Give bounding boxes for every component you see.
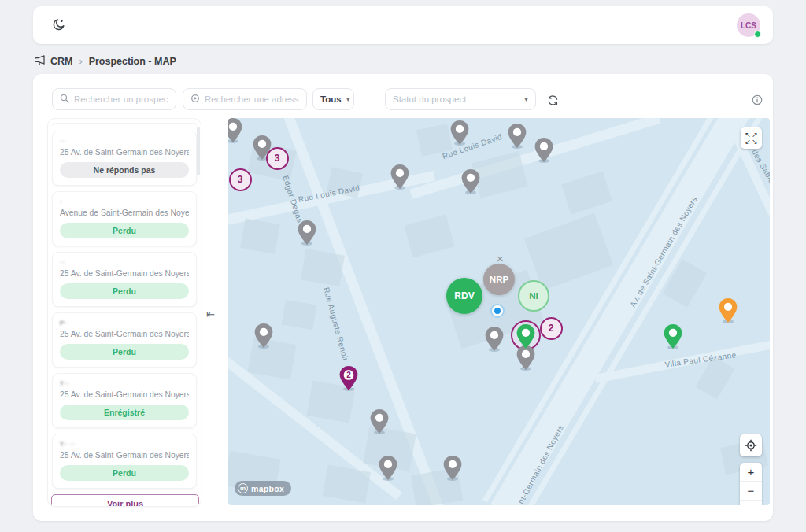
map-cluster[interactable]: 3 <box>229 168 252 191</box>
map-pin-gray[interactable] <box>298 220 316 248</box>
search-prospect-input[interactable] <box>74 94 168 104</box>
status-select[interactable]: Statut du prospect ▾ <box>385 88 536 110</box>
refresh-button[interactable] <box>546 94 559 106</box>
compass-needle-icon <box>747 504 756 506</box>
prospect-address: 25 Av. de Saint-Germain des Noyers, 77..… <box>60 148 189 157</box>
prospect-status-badge: Perdu <box>60 344 189 360</box>
prospect-status-badge: Perdu <box>60 283 189 299</box>
partial-card-top <box>52 123 197 126</box>
zoom-in-button[interactable]: + <box>740 463 762 482</box>
map-building <box>523 213 612 290</box>
sidebar-scrollbar[interactable] <box>197 127 200 175</box>
location-target-icon <box>190 92 200 106</box>
breadcrumb-current: Prospection - MAP <box>89 56 176 67</box>
prospect-card[interactable]: T· ·· 25 Av. de Saint-Germain des Noyers… <box>52 434 197 489</box>
breadcrumb: CRM › Prospection - MAP <box>35 54 176 69</box>
sidebar-collapse-handle[interactable]: ⇤ <box>206 308 215 320</box>
map-pin-orange[interactable] <box>719 298 738 326</box>
zoom-out-button[interactable]: − <box>740 482 762 501</box>
prospect-status-badge: Ne réponds pas <box>60 162 189 178</box>
search-icon <box>60 92 69 106</box>
mapbox-logo-icon: m <box>238 483 248 493</box>
map-pin-gray[interactable] <box>508 124 527 151</box>
map-pin-gray[interactable] <box>450 120 469 148</box>
map-building <box>404 215 454 258</box>
prospect-card[interactable]: ·· 25 Av. de Saint-Germain des Noyers, 7… <box>52 252 197 307</box>
map-pin-gray[interactable] <box>390 164 409 192</box>
breadcrumb-separator: › <box>77 56 83 67</box>
prospect-card[interactable]: T·· 25 Av. de Saint-Germain des Noyers, … <box>52 373 197 428</box>
mapbox-label: mapbox <box>251 484 284 493</box>
map-pin-gray[interactable] <box>443 456 462 483</box>
status-cluster-nrp[interactable]: NRP <box>483 264 515 295</box>
dark-mode-toggle[interactable] <box>52 17 66 34</box>
prospect-cards: ·· 25 Av. de Saint-Germain des Noyers, 7… <box>51 131 198 489</box>
chevron-down-icon: ▾ <box>524 95 528 103</box>
fullscreen-button[interactable]: ↖↗↙↘ <box>741 127 762 149</box>
info-button[interactable] <box>751 94 763 106</box>
avatar-initials: LCS <box>741 21 756 30</box>
user-avatar[interactable]: LCS <box>737 13 760 37</box>
user-location-dot <box>492 305 503 316</box>
map-pin-gray[interactable] <box>228 118 242 146</box>
filter-all-label: Tous <box>320 94 342 104</box>
toolbar: Tous ▾ Statut du prospect ▾ <box>52 88 763 110</box>
search-address-field[interactable] <box>183 88 307 110</box>
map-pin-gray[interactable] <box>534 138 553 165</box>
filter-all-select[interactable]: Tous ▾ <box>312 88 354 110</box>
map-canvas[interactable]: ↖↗↙↘ + − m mapbox Rue Louis DavidRu <box>228 118 770 505</box>
map-close-icon[interactable]: × <box>497 253 504 264</box>
prospect-address: 25 Av. de Saint-Germain des Noyers, 77..… <box>60 451 189 460</box>
status-cluster-rdv[interactable]: RDV <box>446 278 482 314</box>
prospect-name: ·· <box>60 259 189 266</box>
prospect-list-sidebar: ·· 25 Av. de Saint-Germain des Noyers, 7… <box>47 118 202 507</box>
map-building <box>471 151 527 198</box>
moon-icon <box>52 17 66 34</box>
map-building <box>561 171 612 214</box>
chevron-down-icon: ▾ <box>346 95 350 103</box>
map-building <box>240 218 280 253</box>
prospect-name: · <box>60 198 189 205</box>
megaphone-icon <box>35 55 46 68</box>
prospect-card[interactable]: P· 25 Av. de Saint-Germain des Noyers, 7… <box>52 312 197 368</box>
map-pin-green[interactable] <box>664 324 682 352</box>
prospect-card[interactable]: · Avenue de Saint-Germain des Noyers, ..… <box>52 191 197 246</box>
breadcrumb-root[interactable]: CRM <box>50 56 72 67</box>
map-cluster[interactable]: 2 <box>540 317 563 340</box>
main-panel: Tous ▾ Statut du prospect ▾ ·· 25 Av. <box>33 74 773 521</box>
map-pin-gray[interactable] <box>461 169 480 197</box>
street-label: Rue Auguste Renoir <box>322 286 350 362</box>
search-address-input[interactable] <box>205 94 299 104</box>
prospect-name: T· ·· <box>60 441 189 448</box>
map-pin-gray[interactable] <box>254 323 273 351</box>
zoom-controls: + − <box>740 463 762 505</box>
prospect-name: ·· <box>60 138 189 145</box>
prospect-status-badge: Enrégistré <box>60 405 189 420</box>
prospect-card[interactable]: ·· 25 Av. de Saint-Germain des Noyers, 7… <box>52 131 197 186</box>
prospect-name: T·· <box>60 380 189 387</box>
map-building <box>322 465 370 504</box>
map-pin-purple[interactable]: 2 <box>339 366 358 393</box>
map-pin-gray[interactable] <box>370 409 389 437</box>
map-pin-green[interactable] <box>516 324 535 352</box>
prospect-status-badge: Perdu <box>60 465 189 481</box>
geolocate-button[interactable] <box>740 434 762 456</box>
compass-pitch-button[interactable] <box>740 501 762 505</box>
prospect-name: P· <box>60 320 189 327</box>
prospect-status-badge: Perdu <box>60 223 189 238</box>
prospect-address: 25 Av. de Saint-Germain des Noyers, 77..… <box>60 269 189 278</box>
fullscreen-icon: ↖↗↙↘ <box>745 131 759 146</box>
map-pin-gray[interactable] <box>379 456 397 483</box>
load-more-button[interactable]: Voir plus <box>51 494 199 507</box>
top-navbar: LCS <box>33 6 773 44</box>
prospect-address: 25 Av. de Saint-Germain des Noyers, 77..… <box>60 330 189 338</box>
map-pin-gray[interactable] <box>485 327 504 354</box>
status-cluster-ni[interactable]: NI <box>518 280 549 312</box>
search-prospect-field[interactable] <box>52 88 176 110</box>
mapbox-attribution[interactable]: m mapbox <box>235 481 291 496</box>
status-select-placeholder: Statut du prospect <box>393 94 519 104</box>
svg-text:2: 2 <box>346 371 351 379</box>
map-cluster[interactable]: 3 <box>266 147 289 170</box>
online-status-dot <box>754 31 761 38</box>
prospect-address: 25 Av. de Saint-Germain des Noyers, 77..… <box>60 390 189 399</box>
